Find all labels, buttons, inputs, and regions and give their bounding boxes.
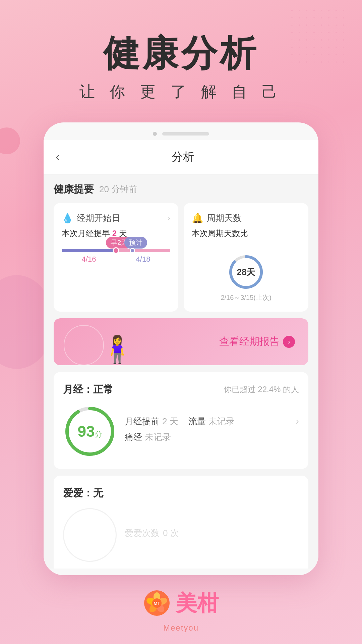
- sub-title: 让 你 更 了 解 自 己: [0, 82, 362, 102]
- banner-link-arrow: ›: [283, 336, 295, 348]
- cycle-card-header: 🔔 周期天数: [192, 212, 242, 224]
- phone-top-bar: [44, 129, 318, 140]
- love-section: 爱爱：无 爱爱次数 0 次: [54, 476, 308, 569]
- dot-pink: [113, 247, 119, 254]
- timeline-labels: 4/16 4/18: [62, 255, 170, 264]
- logo-sub: Meetyou: [163, 623, 199, 633]
- menstrual-subtitle: 你已超过 22.4% 的人: [224, 384, 299, 395]
- health-summary-time: 20 分钟前: [99, 183, 137, 195]
- health-summary-header: 健康提要 20 分钟前: [54, 182, 308, 196]
- phone-dot: [153, 132, 157, 136]
- menstrual-title: 月经：正常: [63, 383, 113, 396]
- detail2-label: 流量: [188, 416, 206, 427]
- timeline-container: 早2天 预计 4/16 4/18: [62, 249, 170, 264]
- cycle-icon: 🔔: [192, 213, 203, 224]
- logo-text: 美柑: [176, 589, 219, 618]
- cycle-card-desc: 本次周期天数比: [192, 228, 248, 239]
- badge-predict: 预计: [124, 237, 147, 249]
- period-icon: 💧: [62, 213, 73, 224]
- cycle-card-title: 周期天数: [207, 212, 242, 224]
- nav-back-button[interactable]: ‹: [56, 150, 60, 164]
- detail3-value: 未记录: [145, 431, 171, 443]
- love-title: 爱爱：无: [63, 486, 103, 500]
- timeline-bar: 早2天 预计: [62, 249, 170, 252]
- cycle-card[interactable]: 🔔 周期天数 本次周期天数比 28天: [184, 203, 308, 312]
- detail-item-period-early: 月经提前 2 天: [125, 416, 178, 427]
- period-card-arrow: ›: [168, 213, 170, 223]
- banner-link[interactable]: 查看经期报告 ›: [219, 335, 295, 348]
- love-header: 爱爱：无: [63, 486, 299, 500]
- detail-item-pain: 痛经 未记录: [125, 431, 171, 443]
- score-text: 93分: [77, 422, 102, 440]
- score-unit: 分: [95, 430, 102, 438]
- period-card[interactable]: 💧 经期开始日 › 本次月经提早 2 天 早2天: [54, 203, 178, 312]
- detail2-value: 未记录: [208, 416, 235, 427]
- cards-row: 💧 经期开始日 › 本次月经提早 2 天 早2天: [54, 203, 308, 312]
- detail1-label: 月经提前: [125, 416, 160, 427]
- score-circle: 93分: [63, 405, 117, 458]
- period-card-header: 💧 经期开始日 ›: [62, 212, 170, 224]
- cycle-circle-container: 28天: [192, 254, 300, 290]
- health-summary-label: 健康提要: [54, 182, 94, 196]
- period-desc-unit: 天: [119, 229, 127, 238]
- period-desc-prefix: 本次月经提早: [62, 229, 110, 238]
- detail-row-2: 痛经 未记录: [125, 431, 299, 443]
- nav-title: 分析: [60, 149, 306, 165]
- detail-arrow[interactable]: ›: [296, 416, 299, 427]
- logo-row: MT 美柑: [143, 589, 219, 618]
- menstrual-header: 月经：正常 你已超过 22.4% 的人: [63, 383, 299, 396]
- phone-bar: [162, 132, 209, 136]
- health-summary-section: 健康提要 20 分钟前 💧 经期开始日 › 本次月经提早: [44, 174, 318, 312]
- detail3-label: 痛经: [125, 431, 142, 443]
- banner-link-text: 查看经期报告: [219, 335, 280, 348]
- period-desc-days: 2: [112, 229, 117, 238]
- phone-mockup: ‹ 分析 健康提要 20 分钟前 💧 经期开始日 ›: [44, 122, 318, 575]
- svg-text:MT: MT: [154, 601, 161, 606]
- detail-item-flow: 流量 未记录: [188, 416, 235, 427]
- detail1-value: 2 天: [162, 416, 178, 427]
- pink-banner[interactable]: 🧍‍♀️ 查看经期报告 ›: [54, 318, 308, 365]
- period-title-row: 💧 经期开始日: [62, 212, 120, 224]
- menstrual-section: 月经：正常 你已超过 22.4% 的人 93分: [54, 372, 308, 469]
- love-detail-row: 爱爱次数 0 次: [125, 527, 299, 539]
- love-detail-value: 0 次: [163, 527, 179, 539]
- love-body: 爱爱次数 0 次: [63, 508, 299, 562]
- app-content: ‹ 分析 健康提要 20 分钟前 💧 经期开始日 ›: [44, 140, 318, 569]
- banner-circle-deco: [64, 325, 104, 365]
- date-predict: 4/18: [136, 255, 150, 264]
- menstrual-details: 月经提前 2 天 流量 未记录 › 痛经 未记录: [125, 416, 299, 447]
- app-logo-icon: MT: [143, 590, 170, 616]
- love-details: 爱爱次数 0 次: [125, 527, 299, 542]
- dot-purple: [130, 248, 135, 253]
- period-card-title: 经期开始日: [77, 212, 120, 224]
- left-circle-decoration: [0, 127, 20, 154]
- cycle-circle: 28天: [228, 254, 264, 290]
- detail-row-1: 月经提前 2 天 流量 未记录 ›: [125, 416, 299, 427]
- menstrual-body: 93分 月经提前 2 天 流量 未记录 ›: [63, 405, 299, 458]
- cycle-title-row: 🔔 周期天数: [192, 212, 242, 224]
- score-number: 93: [77, 423, 95, 440]
- banner-figure: 🧍‍♀️: [101, 334, 134, 365]
- dots-decoration: [282, 7, 349, 74]
- cycle-days-text: 28天: [237, 266, 255, 278]
- nav-bar: ‹ 分析: [44, 140, 318, 174]
- cycle-desc-prefix: 本次周期天数比: [192, 229, 248, 238]
- bottom-logo: MT 美柑 Meetyou: [0, 575, 362, 644]
- love-circle-placeholder: [63, 508, 117, 562]
- cycle-date-range: 2/16～3/15(上次): [192, 293, 300, 302]
- date-actual: 4/16: [82, 255, 96, 264]
- love-detail-label: 爱爱次数: [125, 527, 160, 539]
